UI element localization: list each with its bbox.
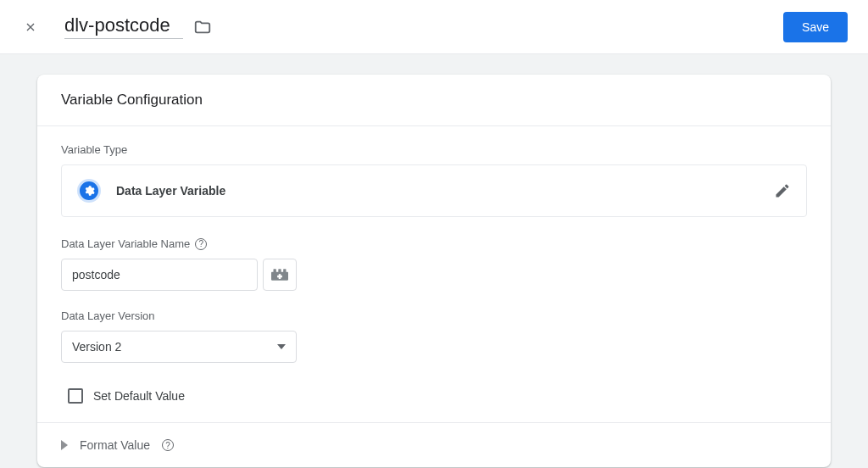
variable-type-badge — [77, 179, 101, 203]
variable-type-row[interactable]: Data Layer Variable — [61, 164, 807, 217]
workspace: Variable Configuration Variable Type Dat… — [0, 54, 868, 468]
svg-rect-1 — [274, 269, 276, 272]
variable-name-row — [61, 259, 807, 291]
brick-plus-icon — [271, 269, 288, 281]
variable-name-input[interactable] — [61, 259, 258, 291]
header: Save — [0, 0, 868, 54]
version-value: Version 2 — [72, 340, 121, 354]
pencil-icon — [774, 182, 791, 199]
close-icon — [24, 20, 37, 34]
card-body: Variable Type Data Layer Variable Data L… — [37, 126, 831, 467]
variable-title-input[interactable] — [64, 14, 183, 39]
variable-name-label: Data Layer Variable Name ? — [61, 237, 807, 250]
format-value-label: Format Value — [80, 438, 150, 452]
folder-button[interactable] — [193, 18, 212, 36]
svg-rect-2 — [278, 269, 281, 272]
close-button[interactable] — [20, 17, 41, 37]
svg-rect-3 — [283, 269, 286, 272]
save-button[interactable]: Save — [783, 12, 848, 42]
title-area — [64, 14, 783, 39]
default-value-checkbox[interactable] — [68, 388, 83, 404]
variable-type-name: Data Layer Variable — [116, 184, 759, 198]
version-select[interactable]: Version 2 — [61, 331, 297, 363]
help-icon[interactable]: ? — [195, 238, 207, 250]
insert-variable-button[interactable] — [263, 259, 297, 291]
default-value-row[interactable]: Set Default Value — [61, 385, 807, 422]
variable-name-label-text: Data Layer Variable Name — [61, 237, 190, 250]
folder-icon — [193, 18, 212, 36]
gear-icon — [83, 185, 95, 197]
chevron-right-icon — [61, 440, 68, 450]
variable-type-label: Variable Type — [61, 143, 807, 156]
config-card: Variable Configuration Variable Type Dat… — [37, 75, 831, 467]
help-icon[interactable]: ? — [162, 439, 174, 451]
default-value-label: Set Default Value — [93, 389, 185, 403]
chevron-down-icon — [277, 344, 286, 349]
format-value-row[interactable]: Format Value ? — [37, 422, 831, 467]
card-title: Variable Configuration — [37, 75, 831, 126]
version-label: Data Layer Version — [61, 309, 807, 322]
svg-rect-5 — [277, 276, 282, 278]
edit-type-button[interactable] — [774, 182, 791, 199]
